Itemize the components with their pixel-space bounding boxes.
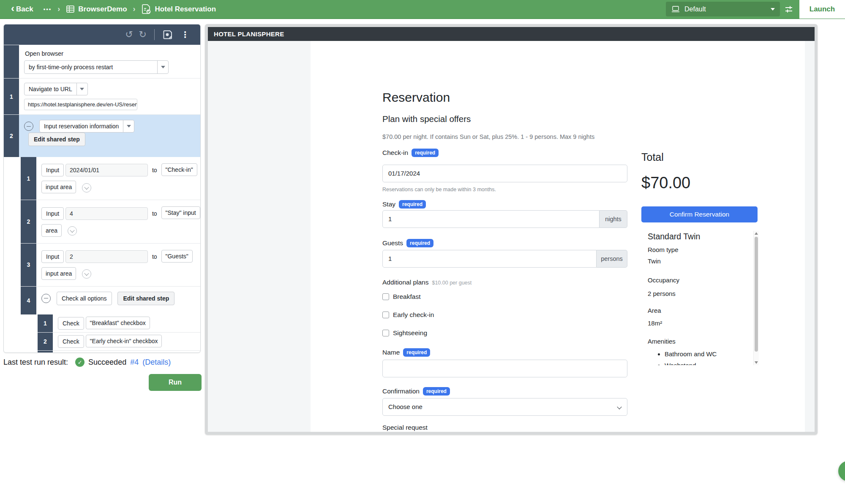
expand-step-icon[interactable] xyxy=(82,183,91,192)
amenity-item: Bathroom and WC xyxy=(665,350,717,358)
additional-plans-note: $10.00 per guest xyxy=(432,280,472,286)
confirm-reservation-button[interactable]: Confirm Reservation xyxy=(641,206,758,222)
step-number: 2 xyxy=(38,333,53,350)
device-selector-value: Default xyxy=(684,5,766,13)
scroll-up-icon[interactable] xyxy=(755,232,758,235)
action-label: Navigate to URL xyxy=(25,83,76,95)
name-label: Name xyxy=(382,349,400,356)
run-number-link[interactable]: #4 xyxy=(130,358,139,367)
collapse-step-icon[interactable] xyxy=(41,294,51,303)
chevron-down-icon xyxy=(771,8,775,11)
breadcrumb-separator: › xyxy=(57,5,60,14)
breakfast-checkbox[interactable] xyxy=(382,293,389,300)
step-number: 3 xyxy=(38,351,53,353)
substep-1-input-checkin: 1 Input 2024/01/01 to "Check-in" input a… xyxy=(21,157,200,200)
early-checkin-checkbox[interactable] xyxy=(382,312,389,318)
required-badge: required xyxy=(406,239,433,247)
scroll-down-icon[interactable] xyxy=(755,361,758,364)
guests-unit-addon: persons xyxy=(597,250,627,268)
action-select-navigate[interactable]: Navigate to URL xyxy=(24,83,88,95)
breakfast-label: Breakfast xyxy=(393,293,420,301)
last-run-result-label: Last test run result: xyxy=(3,358,68,367)
expand-step-icon[interactable] xyxy=(68,226,77,236)
device-selector[interactable]: Default xyxy=(666,2,780,16)
collapse-step-icon[interactable] xyxy=(24,122,33,131)
substep-2-input-stay: 2 Input 4 to "Stay" input area xyxy=(21,200,200,243)
area-label: Area xyxy=(648,307,661,314)
required-badge: required xyxy=(412,149,439,157)
input-value-field[interactable]: 2 xyxy=(65,250,148,263)
shared-step-chip[interactable]: Check all options xyxy=(57,292,112,305)
total-amount: $70.00 xyxy=(641,174,690,192)
confirmation-label: Confirmation xyxy=(382,387,420,395)
target-element-chip[interactable]: "Breakfast" checkbox xyxy=(86,317,150,329)
checkin-label-row: Check-in required xyxy=(382,149,439,157)
step-number: 2 xyxy=(4,115,19,157)
plan-subtitle: Plan with special offers xyxy=(382,114,471,124)
step-number: 1 xyxy=(38,314,53,332)
open-browser-mode-value: by first-time-only process restart xyxy=(25,61,157,73)
shared-step-select[interactable]: Input reservation information xyxy=(39,120,134,133)
laptop-icon xyxy=(671,5,680,13)
scrollbar-thumb[interactable] xyxy=(755,237,758,352)
open-browser-mode-select[interactable]: by first-time-only process restart xyxy=(24,60,169,74)
check-substep-3: 3 Check "Sightseeing" checkbox xyxy=(38,350,200,353)
step-1-navigate: 1 Navigate to URL https://hotel.testplan… xyxy=(4,78,200,114)
floating-action-button[interactable] xyxy=(838,461,845,481)
input-value-field[interactable]: 4 xyxy=(65,207,148,220)
stay-input[interactable]: 1 xyxy=(382,210,600,228)
name-input[interactable] xyxy=(382,360,627,377)
guests-label-row: Guests required xyxy=(382,239,433,247)
action-chip-input[interactable]: Input xyxy=(41,164,64,176)
to-label: to xyxy=(152,253,157,260)
checkin-help-text: Reservations can only be made within 3 m… xyxy=(382,187,496,192)
required-badge: required xyxy=(399,200,426,209)
checkin-label: Check-in xyxy=(382,149,408,157)
launch-button[interactable]: Launch xyxy=(799,0,845,19)
undo-icon[interactable]: ↺ xyxy=(125,30,133,39)
stay-label: Stay xyxy=(382,201,395,208)
step-number: 3 xyxy=(21,244,36,286)
action-chip-input[interactable]: Input xyxy=(41,250,64,263)
ellipsis-menu-icon[interactable]: ••• xyxy=(44,6,52,12)
open-browser-label: Open browser xyxy=(25,50,197,57)
sightseeing-option: Sightseeing xyxy=(382,329,427,337)
breadcrumb-project[interactable]: BrowserDemo xyxy=(66,5,127,14)
to-label: to xyxy=(152,167,157,173)
target-element-chip[interactable]: "Early check-in" checkbox xyxy=(86,335,162,347)
url-input[interactable]: https://hotel.testplanisphere.dev/en-US/… xyxy=(24,99,137,110)
action-chip-check[interactable]: Check xyxy=(58,317,84,330)
edit-shared-step-button[interactable]: Edit shared step xyxy=(28,133,85,146)
details-link[interactable]: (Details) xyxy=(142,358,171,367)
confirmation-select[interactable]: Choose one xyxy=(382,398,627,416)
step-number: 1 xyxy=(21,157,36,200)
back-button[interactable]: ‹ Back xyxy=(11,5,33,14)
sightseeing-checkbox[interactable] xyxy=(382,330,389,336)
launch-settings-button[interactable] xyxy=(784,5,793,14)
to-label: to xyxy=(152,210,157,217)
early-checkin-label: Early check-in xyxy=(393,311,434,319)
check-substep-1: 1 Check "Breakfast" checkbox xyxy=(38,314,200,332)
substep-4-check-all-options: 4 Check all options Edit shared step xyxy=(21,286,200,314)
special-request-label: Special request xyxy=(382,424,428,431)
room-scrollbar[interactable] xyxy=(753,231,759,365)
toolbar-divider xyxy=(154,29,155,40)
checkin-date-input[interactable]: 01/17/2024 xyxy=(382,165,627,182)
action-chip-check[interactable]: Check xyxy=(58,335,84,348)
edit-shared-step-button[interactable]: Edit shared step xyxy=(117,292,174,305)
required-badge: required xyxy=(423,387,450,396)
input-value-field[interactable]: 2024/01/01 xyxy=(65,164,148,176)
run-button[interactable]: Run xyxy=(149,374,202,391)
kebab-menu-icon[interactable]: ⋮ xyxy=(179,30,191,40)
stay-unit-addon: nights xyxy=(600,210,627,228)
additional-plans-header: Additional plans $10.00 per guest xyxy=(382,279,472,286)
app-root: ‹ Back ••• › BrowserDemo › Hotel Reserva… xyxy=(0,0,845,504)
guests-input[interactable]: 1 xyxy=(382,250,597,268)
action-chip-input[interactable]: Input xyxy=(41,207,64,220)
breadcrumb-separator: › xyxy=(133,5,136,14)
expand-step-icon[interactable] xyxy=(82,269,91,279)
room-type-label: Room type xyxy=(648,246,679,253)
redo-icon[interactable]: ↻ xyxy=(139,30,147,39)
save-note-icon[interactable] xyxy=(162,29,173,40)
site-brand[interactable]: HOTEL PLANISPHERE xyxy=(214,30,284,38)
